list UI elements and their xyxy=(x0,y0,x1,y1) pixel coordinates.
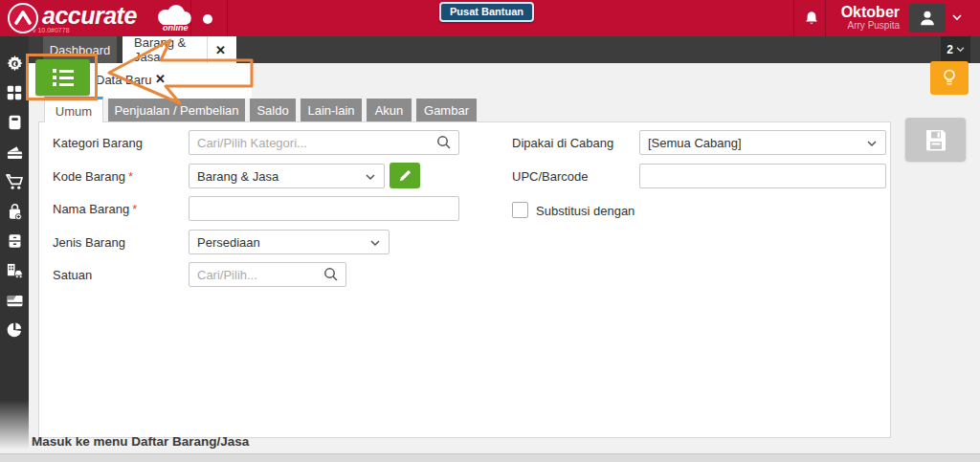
main-tab-bar: Dashboard Barang & Jasa ✕ 2 xyxy=(0,36,980,63)
tab-penjualan-pembelian[interactable]: Penjualan / Pembelian xyxy=(108,99,245,122)
top-header: accurate v 10.0#0778 online Pusat Bantua… xyxy=(0,0,980,36)
tab-barang-jasa[interactable]: Barang & Jasa ✕ xyxy=(122,36,236,63)
kategori-barang-label: Kategori Barang xyxy=(53,136,143,150)
kategori-barang-input[interactable] xyxy=(189,130,459,155)
nama-barang-input[interactable] xyxy=(189,196,459,221)
brand-wordmark: accurate xyxy=(42,2,137,30)
chevron-down-icon xyxy=(370,240,380,247)
building-blocks-icon xyxy=(6,84,23,101)
lightbulb-icon xyxy=(941,67,958,90)
satuan-label: Satuan xyxy=(53,268,92,282)
jenis-barang-select[interactable]: Persediaan xyxy=(189,230,390,254)
status-dot[interactable] xyxy=(203,14,212,24)
close-subtab-button[interactable]: ✕ xyxy=(155,72,166,86)
tab-count: 2 xyxy=(947,43,953,56)
sidebar-item-report[interactable] xyxy=(4,320,25,340)
dipakai-di-cabang-label: Dipakai di Cabang xyxy=(512,136,613,150)
upc-barcode-input[interactable] xyxy=(639,164,886,188)
book-icon xyxy=(7,114,23,131)
cabang-select[interactable]: [Semua Cabang] xyxy=(639,130,886,155)
help-center-button[interactable]: Pusat Bantuan xyxy=(439,2,534,22)
pencil-icon xyxy=(398,168,412,183)
pie-chart-icon xyxy=(6,321,23,339)
sidebar-item-company[interactable] xyxy=(4,83,25,102)
sidebar-item-settings[interactable] xyxy=(4,54,25,73)
cart-icon xyxy=(6,173,24,190)
person-icon xyxy=(917,8,938,29)
chevron-down-icon[interactable] xyxy=(952,14,962,21)
tab-saldo[interactable]: Saldo xyxy=(250,99,296,122)
kode-barang-select[interactable]: Barang & Jasa xyxy=(189,164,385,188)
user-name: Arry Puspita xyxy=(804,20,900,31)
chevron-down-icon xyxy=(956,47,965,53)
open-list-button[interactable] xyxy=(35,59,90,96)
sidebar-item-ledger[interactable] xyxy=(4,113,25,132)
subtab-data-baru[interactable]: Data Baru xyxy=(96,73,152,87)
header-divider xyxy=(227,0,228,36)
upc-barcode-label: UPC/Barcode xyxy=(512,169,588,184)
horizontal-scrollbar[interactable] xyxy=(0,453,980,462)
tab-lain-lain[interactable]: Lain-lain xyxy=(301,99,362,122)
header-divider xyxy=(793,0,794,36)
substitusi-label: Substitusi dengan xyxy=(536,204,635,218)
left-sidebar xyxy=(0,36,29,450)
sidebar-item-inventory[interactable] xyxy=(4,231,25,251)
nama-barang-label: Nama Barang* xyxy=(53,202,137,216)
edit-kode-button[interactable] xyxy=(390,163,420,188)
brand-online-label: online xyxy=(163,23,189,33)
tab-gambar[interactable]: Gambar xyxy=(416,99,477,122)
drawer-cabinet-icon xyxy=(7,232,23,250)
tips-button[interactable] xyxy=(930,61,969,95)
sidebar-item-purchase[interactable] xyxy=(4,202,25,221)
save-button[interactable] xyxy=(905,118,966,161)
substitusi-checkbox[interactable] xyxy=(512,202,528,218)
chevron-down-icon xyxy=(366,174,375,181)
cabang-value: [Semua Cabang] xyxy=(648,136,742,150)
chevron-down-icon xyxy=(867,141,877,147)
brand-version: v 10.0#0778 xyxy=(33,27,70,33)
list-icon xyxy=(53,69,74,73)
tab-label: Barang & Jasa xyxy=(122,35,207,64)
user-avatar[interactable] xyxy=(909,4,946,33)
floppy-disk-icon xyxy=(923,126,949,153)
sidebar-item-sales[interactable] xyxy=(4,172,25,191)
header-divider xyxy=(190,0,191,36)
list-icon xyxy=(53,76,74,79)
sidebar-item-fixed-asset[interactable] xyxy=(4,261,25,280)
jenis-barang-label: Jenis Barang xyxy=(53,235,125,250)
tab-akun[interactable]: Akun xyxy=(367,99,412,122)
gear-icon xyxy=(6,55,24,73)
kode-barang-value: Barang & Jasa xyxy=(197,169,278,184)
kode-barang-label: Kode Barang* xyxy=(53,169,133,184)
status-text: Masuk ke menu Daftar Barang/Jasa xyxy=(32,434,249,449)
tab-overflow-button[interactable]: 2 xyxy=(941,36,970,63)
tab-umum[interactable]: Umum xyxy=(44,97,103,122)
jenis-barang-value: Persediaan xyxy=(197,235,260,250)
period-label[interactable]: Oktober xyxy=(823,4,900,21)
bag-plus-icon xyxy=(7,203,23,221)
tax-card-icon xyxy=(6,294,24,308)
close-tab-button[interactable]: ✕ xyxy=(207,36,234,63)
app-window: accurate v 10.0#0778 online Pusat Bantua… xyxy=(0,0,980,462)
satuan-input[interactable] xyxy=(189,262,346,287)
building-car-icon xyxy=(6,262,24,279)
sidebar-item-cash-bank[interactable] xyxy=(4,143,25,162)
sidebar-item-tax[interactable] xyxy=(4,291,25,310)
wallet-icon xyxy=(6,144,24,161)
list-icon xyxy=(53,82,74,86)
